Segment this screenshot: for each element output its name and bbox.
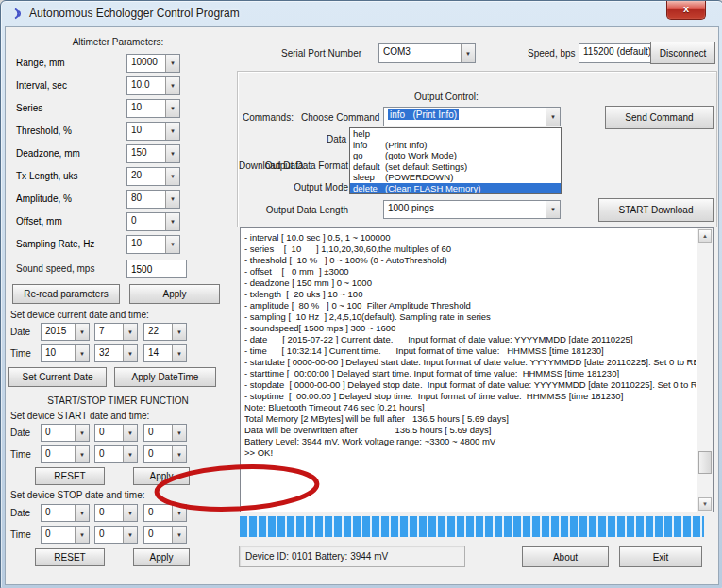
stop-year-dropdown[interactable]: 0▼	[41, 504, 90, 522]
exit-button[interactable]: Exit	[619, 546, 702, 567]
chevron-down-icon[interactable]: ▼	[123, 345, 137, 361]
stop-day-dropdown[interactable]: 0▼	[143, 504, 187, 522]
current-minute-dropdown[interactable]: 32▼	[94, 344, 138, 362]
command-desc: (Clean FLASH Memory)	[385, 183, 480, 194]
console-scrollbar[interactable]: ▲ ▼	[697, 228, 713, 512]
command-list-item[interactable]: default (set default Settings)	[350, 161, 561, 173]
start-download-button[interactable]: START Download	[598, 198, 714, 222]
parameter-dropdown[interactable]: 10 ▼	[126, 99, 180, 118]
output-mode-label: Output Mode	[261, 182, 348, 193]
chevron-down-icon[interactable]: ▼	[172, 527, 186, 543]
current-year-dropdown[interactable]: 2015▼	[41, 323, 90, 341]
chevron-down-icon[interactable]: ▼	[123, 324, 137, 340]
stop-hour-dropdown[interactable]: 0▼	[41, 526, 90, 544]
start-second-dropdown[interactable]: 0▼	[143, 445, 187, 463]
command-dropdown-list: help info (Print Info) go (goto Work Mod…	[349, 127, 562, 194]
send-command-button[interactable]: Send Command	[605, 106, 714, 129]
close-button[interactable]: x	[666, 1, 706, 20]
chevron-down-icon[interactable]: ▼	[75, 324, 89, 340]
parameter-dropdown[interactable]: 150 ▼	[126, 144, 180, 163]
chevron-down-icon[interactable]: ▼	[546, 108, 560, 126]
chevron-down-icon[interactable]: ▼	[123, 527, 137, 543]
chevron-down-icon[interactable]: ▼	[172, 425, 186, 441]
chevron-down-icon[interactable]: ▼	[123, 425, 137, 441]
chevron-down-icon[interactable]: ▼	[75, 345, 89, 361]
chevron-down-icon[interactable]: ▼	[165, 145, 179, 162]
console-line: - date [ 2015-07-22 ] Current date. Inpu…	[244, 334, 696, 345]
stop-reset-button[interactable]: RESET	[35, 548, 105, 566]
command-list-item[interactable]: go (goto Work Mode)	[350, 150, 561, 161]
start-reset-button[interactable]: RESET	[35, 467, 105, 485]
start-day-dropdown[interactable]: 0▼	[143, 424, 187, 442]
start-minute-dropdown[interactable]: 0▼	[94, 445, 138, 463]
parameter-dropdown[interactable]: 10000 ▼	[126, 54, 180, 73]
chevron-down-icon[interactable]: ▼	[165, 123, 179, 140]
chevron-down-icon[interactable]: ▼	[123, 446, 137, 462]
chevron-down-icon[interactable]: ▼	[461, 44, 475, 62]
chevron-down-icon[interactable]: ▼	[172, 345, 186, 361]
start-apply-button[interactable]: Apply	[133, 467, 190, 485]
reread-parameters-button[interactable]: Re-read parameters	[12, 284, 120, 304]
console-output[interactable]: - interval [ 10.0 sec ] 0.5, 1 ~ 100000 …	[240, 227, 714, 512]
chevron-down-icon[interactable]: ▼	[165, 100, 179, 117]
device-status-text: Device ID: 0101 Battery: 3944 mV	[245, 551, 388, 562]
stop-month-dropdown[interactable]: 0▼	[94, 504, 138, 522]
chevron-down-icon[interactable]: ▼	[546, 201, 560, 218]
parameter-dropdown[interactable]: 0 ▼	[126, 212, 180, 231]
chevron-down-icon[interactable]: ▼	[172, 505, 186, 521]
chevron-down-icon[interactable]: ▼	[75, 505, 89, 521]
chevron-down-icon[interactable]: ▼	[165, 191, 179, 208]
start-year-dropdown[interactable]: 0▼	[41, 424, 90, 442]
current-second-dropdown[interactable]: 14▼	[143, 344, 187, 362]
chevron-down-icon[interactable]: ▼	[165, 213, 179, 230]
command-list-item[interactable]: info (Print Info)	[350, 140, 561, 151]
command-list-item[interactable]: delete (Clean FLASH Memory)	[350, 183, 561, 194]
command-list-item[interactable]: help	[350, 128, 561, 140]
serial-port-dropdown[interactable]: COM3 ▼	[378, 43, 476, 63]
parameter-value: 10000	[127, 55, 165, 72]
sound-speed-input[interactable]	[126, 260, 187, 278]
command-list-item[interactable]: sleep (POWERDOWN)	[350, 172, 561, 183]
stop-apply-button[interactable]: Apply	[133, 548, 190, 566]
apply-parameters-button[interactable]: Apply	[129, 284, 220, 304]
apply-datetime-button[interactable]: Apply DateTime	[114, 367, 216, 387]
set-start-datetime-caption: Set device START date and time:	[10, 411, 149, 421]
scroll-up-icon[interactable]: ▲	[698, 229, 712, 243]
current-day-dropdown[interactable]: 22▼	[143, 323, 187, 341]
stop-minute-dropdown[interactable]: 0▼	[94, 526, 138, 544]
chevron-down-icon[interactable]: ▼	[165, 77, 179, 94]
app-window: Autonomous Echologger Control Program x …	[0, 0, 722, 588]
parameter-dropdown[interactable]: 10 ▼	[126, 235, 180, 254]
set-current-date-button[interactable]: Set Current Date	[8, 367, 107, 387]
chevron-down-icon[interactable]: ▼	[165, 168, 179, 185]
choose-command-dropdown[interactable]: info (Print Info) ▼	[383, 107, 561, 126]
parameter-dropdown[interactable]: 20 ▼	[126, 167, 180, 186]
parameter-row: Amplitude, % 80 ▼	[1, 190, 233, 212]
title-bar[interactable]: Autonomous Echologger Control Program x	[1, 1, 722, 26]
disconnect-button[interactable]: Disconnect	[650, 42, 715, 64]
chevron-down-icon[interactable]: ▼	[123, 505, 137, 521]
scroll-down-icon[interactable]: ▼	[698, 497, 712, 511]
start-month-dropdown[interactable]: 0▼	[94, 424, 138, 442]
serial-port-label: Serial Port Number	[281, 48, 361, 59]
chevron-down-icon[interactable]: ▼	[172, 324, 186, 340]
chevron-down-icon[interactable]: ▼	[75, 527, 89, 543]
chevron-down-icon[interactable]: ▼	[75, 425, 89, 441]
scrollbar-thumb[interactable]	[698, 451, 712, 474]
day-value: 0	[144, 425, 172, 441]
about-button[interactable]: About	[522, 546, 609, 567]
parameter-dropdown[interactable]: 10 ▼	[126, 122, 180, 141]
app-icon	[10, 7, 25, 21]
output-data-length-dropdown[interactable]: 1000 pings ▼	[383, 200, 561, 219]
chevron-down-icon[interactable]: ▼	[172, 446, 186, 462]
start-hour-dropdown[interactable]: 0▼	[41, 445, 90, 463]
chevron-down-icon[interactable]: ▼	[165, 236, 179, 253]
chevron-down-icon[interactable]: ▼	[165, 55, 179, 72]
current-hour-dropdown[interactable]: 10▼	[41, 344, 90, 362]
console-line: >> OK!	[244, 447, 696, 459]
parameter-dropdown[interactable]: 80 ▼	[126, 190, 180, 209]
parameter-dropdown[interactable]: 10.0 ▼	[126, 76, 180, 95]
chevron-down-icon[interactable]: ▼	[75, 446, 89, 462]
stop-second-dropdown[interactable]: 0▼	[143, 526, 187, 544]
current-month-dropdown[interactable]: 7▼	[94, 323, 138, 341]
